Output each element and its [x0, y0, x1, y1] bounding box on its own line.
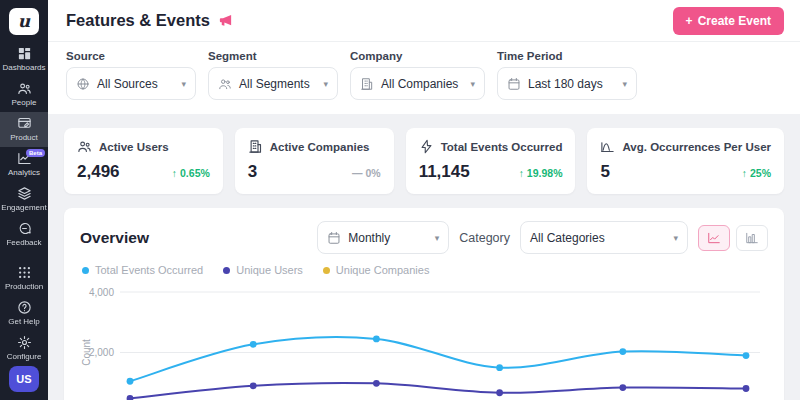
- overview-card: Overview Monthly ▾ Category All Categori…: [64, 208, 784, 400]
- filter-label: Company: [350, 50, 485, 62]
- sidebar-item-dashboards[interactable]: Dashboards: [0, 42, 48, 77]
- legend-item-unique-companies[interactable]: Unique Companies: [323, 264, 430, 276]
- filter-company: Company All Companies ▾: [350, 50, 485, 100]
- filter-segment: Segment All Segments ▾: [208, 50, 338, 100]
- product-window-icon: [17, 116, 32, 131]
- dashboards-grid-icon: [17, 46, 32, 61]
- svg-text:Count: Count: [81, 339, 92, 366]
- stat-label: Total Events Occurred: [441, 141, 563, 153]
- chevron-down-icon: ▾: [673, 233, 678, 243]
- userpilot-logo[interactable]: u: [9, 8, 39, 35]
- sidebar-item-label: Engagement: [1, 203, 46, 212]
- calendar-icon: [327, 231, 341, 245]
- trend-up-icon: ↑: [519, 167, 524, 179]
- stat-value: 11,145: [419, 162, 470, 182]
- users-icon: [77, 139, 92, 154]
- distribution-icon: [600, 139, 615, 154]
- feedback-chat-icon: [17, 221, 32, 236]
- filter-label: Segment: [208, 50, 338, 62]
- stat-delta: ↑ 25%: [742, 167, 771, 179]
- overview-title: Overview: [80, 229, 149, 247]
- trend-flat-icon: —: [352, 167, 363, 179]
- building-icon: [360, 77, 374, 91]
- stat-card-avg-occurrences: Avg. Occurrences Per User 5 ↑ 25%: [587, 128, 784, 194]
- category-label: Category: [459, 231, 510, 245]
- sidebar-item-label: Product: [10, 133, 38, 142]
- legend-dot: [223, 267, 230, 274]
- legend-item-total-events[interactable]: Total Events Occurred: [82, 264, 203, 276]
- time-period-select[interactable]: Last 180 days ▾: [497, 67, 637, 100]
- create-event-button[interactable]: + Create Event: [673, 7, 784, 35]
- gear-icon: [17, 335, 32, 350]
- line-chart-icon: [706, 231, 722, 245]
- chevron-down-icon: ▾: [435, 233, 440, 243]
- megaphone-icon: [218, 13, 233, 28]
- chevron-down-icon: ▾: [470, 79, 475, 89]
- sidebar-item-label: Configure: [7, 352, 42, 361]
- filter-time-period: Time Period Last 180 days ▾: [497, 50, 637, 100]
- globe-icon: [76, 77, 90, 91]
- interval-select[interactable]: Monthly ▾: [317, 221, 449, 254]
- stat-label: Active Users: [99, 141, 169, 153]
- stat-card-active-users: Active Users 2,496 ↑ 0.65%: [64, 128, 223, 194]
- stat-card-active-companies: Active Companies 3 — 0%: [235, 128, 394, 194]
- category-select[interactable]: All Categories ▾: [520, 221, 688, 254]
- sidebar-item-analytics[interactable]: Beta Analytics: [0, 147, 48, 182]
- sidebar-item-product[interactable]: Product: [0, 112, 48, 147]
- stat-value: 2,496: [77, 162, 120, 182]
- plus-icon: +: [686, 14, 693, 28]
- source-select[interactable]: All Sources ▾: [66, 67, 196, 100]
- sidebar-item-label: Analytics: [8, 168, 40, 177]
- legend-item-unique-users[interactable]: Unique Users: [223, 264, 303, 276]
- sidebar-item-label: Get Help: [8, 317, 40, 326]
- stat-delta: ↑ 0.65%: [172, 167, 210, 179]
- sidebar-item-label: People: [12, 98, 37, 107]
- trend-up-icon: ↑: [742, 167, 747, 179]
- filter-source: Source All Sources ▾: [66, 50, 196, 100]
- bar-chart-toggle-button[interactable]: [736, 225, 768, 251]
- sidebar-item-configure[interactable]: Configure: [0, 331, 48, 366]
- trend-up-icon: ↑: [172, 167, 177, 179]
- sidebar-item-production[interactable]: Production: [0, 261, 48, 296]
- svg-text:2,000: 2,000: [89, 347, 114, 358]
- topbar: Features & Events + Create Event: [48, 0, 800, 42]
- segment-users-icon: [218, 77, 232, 91]
- company-select[interactable]: All Companies ▾: [350, 67, 485, 100]
- sidebar-item-engagement[interactable]: Engagement: [0, 182, 48, 217]
- legend-dot: [82, 267, 89, 274]
- filter-label: Source: [66, 50, 196, 62]
- sidebar-item-label: Production: [5, 282, 43, 291]
- stat-value: 5: [600, 162, 609, 182]
- line-chart-toggle-button[interactable]: [698, 225, 730, 251]
- sidebar-item-label: Dashboards: [2, 63, 45, 72]
- chart-legend: Total Events Occurred Unique Users Uniqu…: [80, 264, 768, 276]
- sidebar-item-label: Feedback: [6, 238, 41, 247]
- sidebar-item-people[interactable]: People: [0, 77, 48, 112]
- overview-line-chart[interactable]: 02,0004,000CountAug 2023Sep 2023Oct 2023…: [80, 280, 768, 400]
- engagement-layers-icon: [17, 186, 32, 201]
- chevron-down-icon: ▾: [622, 79, 627, 89]
- stat-label: Active Companies: [270, 141, 370, 153]
- bolt-icon: [419, 139, 434, 154]
- segment-select[interactable]: All Segments ▾: [208, 67, 338, 100]
- chart-type-toggle: [698, 225, 768, 251]
- beta-badge: Beta: [26, 149, 45, 157]
- legend-dot: [323, 267, 330, 274]
- sidebar-item-feedback[interactable]: Feedback: [0, 217, 48, 252]
- main-content: Features & Events + Create Event Source …: [48, 0, 800, 400]
- svg-text:4,000: 4,000: [89, 287, 114, 298]
- building-icon: [248, 139, 263, 154]
- help-icon: [17, 300, 32, 315]
- sidebar-item-get-help[interactable]: Get Help: [0, 296, 48, 331]
- stat-card-total-events: Total Events Occurred 11,145 ↑ 19.98%: [406, 128, 576, 194]
- user-avatar[interactable]: US: [9, 366, 39, 393]
- sidebar: u Dashboards People Product Beta Analyti…: [0, 0, 48, 400]
- page-title: Features & Events: [66, 11, 210, 30]
- people-icon: [17, 81, 32, 96]
- stat-delta: ↑ 19.98%: [519, 167, 563, 179]
- filter-label: Time Period: [497, 50, 637, 62]
- chevron-down-icon: ▾: [323, 79, 328, 89]
- stat-delta: — 0%: [352, 167, 381, 179]
- calendar-icon: [507, 77, 521, 91]
- filter-bar: Source All Sources ▾ Segment All Segment…: [48, 42, 800, 114]
